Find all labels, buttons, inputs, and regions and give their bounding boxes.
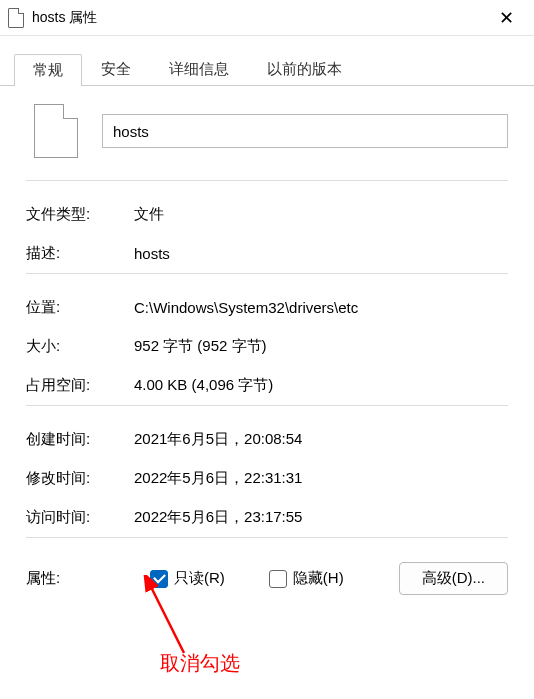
row-filetype: 文件类型: 文件 xyxy=(26,195,508,234)
divider xyxy=(26,273,508,274)
file-icon xyxy=(8,8,24,28)
value-modified: 2022年5月6日，22:31:31 xyxy=(134,469,508,488)
window-title: hosts 属性 xyxy=(32,9,486,27)
label-created: 创建时间: xyxy=(26,430,134,449)
value-size-on-disk: 4.00 KB (4,096 字节) xyxy=(134,376,508,395)
tab-security[interactable]: 安全 xyxy=(82,53,150,85)
divider xyxy=(26,180,508,181)
tab-content: 文件类型: 文件 描述: hosts 位置: C:\Windows\System… xyxy=(0,86,534,605)
row-size: 大小: 952 字节 (952 字节) xyxy=(26,327,508,366)
row-description: 描述: hosts xyxy=(26,234,508,273)
row-created: 创建时间: 2021年6月5日，20:08:54 xyxy=(26,420,508,459)
tab-strip: 常规 安全 详细信息 以前的版本 xyxy=(0,36,534,86)
filename-input[interactable] xyxy=(102,114,508,148)
label-description: 描述: xyxy=(26,244,134,263)
label-modified: 修改时间: xyxy=(26,469,134,488)
divider xyxy=(26,537,508,538)
annotation-text: 取消勾选 xyxy=(160,650,240,677)
checkbox-hidden-box xyxy=(269,570,287,588)
tab-details[interactable]: 详细信息 xyxy=(150,53,248,85)
label-attributes: 属性: xyxy=(26,569,134,588)
value-accessed: 2022年5月6日，23:17:55 xyxy=(134,508,508,527)
row-accessed: 访问时间: 2022年5月6日，23:17:55 xyxy=(26,498,508,537)
label-size-on-disk: 占用空间: xyxy=(26,376,134,395)
titlebar: hosts 属性 ✕ xyxy=(0,0,534,36)
label-location: 位置: xyxy=(26,298,134,317)
advanced-button[interactable]: 高级(D)... xyxy=(399,562,508,595)
label-size: 大小: xyxy=(26,337,134,356)
value-description: hosts xyxy=(134,245,508,262)
row-attributes: 属性: 只读(R) 隐藏(H) 高级(D)... xyxy=(26,552,508,605)
row-size-on-disk: 占用空间: 4.00 KB (4,096 字节) xyxy=(26,366,508,405)
checkbox-readonly-label: 只读(R) xyxy=(174,569,225,588)
row-location: 位置: C:\Windows\System32\drivers\etc xyxy=(26,288,508,327)
file-type-icon xyxy=(34,104,78,158)
checkbox-hidden-label: 隐藏(H) xyxy=(293,569,344,588)
divider xyxy=(26,405,508,406)
label-accessed: 访问时间: xyxy=(26,508,134,527)
filename-row xyxy=(26,104,508,158)
checkbox-readonly[interactable]: 只读(R) xyxy=(150,569,225,588)
row-modified: 修改时间: 2022年5月6日，22:31:31 xyxy=(26,459,508,498)
tab-previous[interactable]: 以前的版本 xyxy=(248,53,361,85)
tab-general[interactable]: 常规 xyxy=(14,54,82,86)
close-button[interactable]: ✕ xyxy=(486,7,526,29)
value-created: 2021年6月5日，20:08:54 xyxy=(134,430,508,449)
value-size: 952 字节 (952 字节) xyxy=(134,337,508,356)
checkbox-hidden[interactable]: 隐藏(H) xyxy=(269,569,344,588)
value-location: C:\Windows\System32\drivers\etc xyxy=(134,299,508,316)
value-filetype: 文件 xyxy=(134,205,508,224)
checkbox-readonly-box xyxy=(150,570,168,588)
label-filetype: 文件类型: xyxy=(26,205,134,224)
